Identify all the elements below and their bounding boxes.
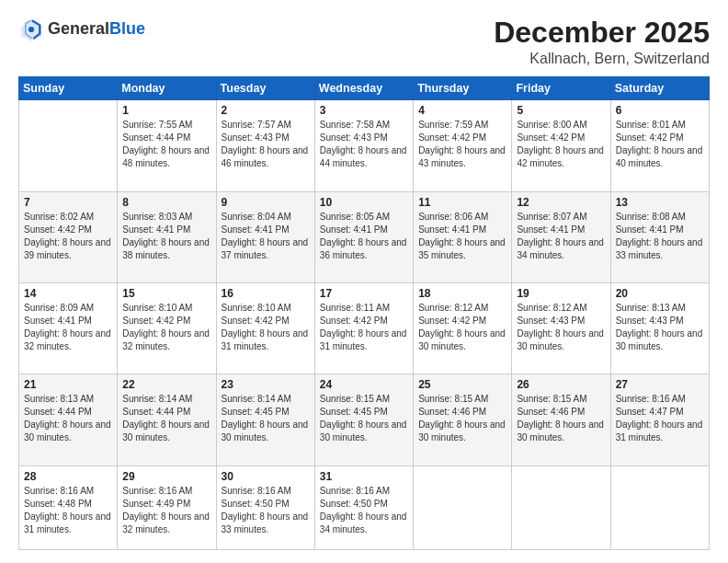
calendar-cell: 9Sunrise: 8:04 AMSunset: 4:41 PMDaylight… [216, 191, 314, 282]
calendar-cell: 25Sunrise: 8:15 AMSunset: 4:46 PMDayligh… [414, 374, 512, 465]
calendar-cell: 7Sunrise: 8:02 AMSunset: 4:42 PMDaylight… [19, 191, 118, 282]
day-number: 31 [320, 470, 408, 483]
calendar-cell: 5Sunrise: 8:00 AMSunset: 4:42 PMDaylight… [512, 100, 610, 191]
day-number: 26 [517, 378, 605, 391]
cell-info: Sunrise: 8:06 AMSunset: 4:41 PMDaylight:… [418, 211, 506, 262]
cell-info: Sunrise: 8:12 AMSunset: 4:43 PMDaylight:… [517, 302, 605, 353]
day-number: 30 [222, 470, 310, 483]
calendar-row-1: 1Sunrise: 7:55 AMSunset: 4:44 PMDaylight… [19, 100, 710, 191]
day-number: 22 [122, 378, 210, 391]
cell-info: Sunrise: 8:09 AMSunset: 4:41 PMDaylight:… [24, 302, 112, 353]
calendar-cell [512, 465, 610, 550]
cell-info: Sunrise: 8:05 AMSunset: 4:41 PMDaylight:… [320, 211, 408, 262]
day-number: 12 [517, 196, 605, 209]
cell-info: Sunrise: 8:16 AMSunset: 4:49 PMDaylight:… [122, 485, 210, 536]
calendar-table: SundayMondayTuesdayWednesdayThursdayFrid… [18, 76, 710, 550]
cell-info: Sunrise: 7:58 AMSunset: 4:43 PMDaylight:… [320, 119, 408, 170]
calendar-cell: 6Sunrise: 8:01 AMSunset: 4:42 PMDaylight… [610, 100, 709, 191]
logo-blue: Blue [109, 20, 145, 39]
calendar-cell: 1Sunrise: 7:55 AMSunset: 4:44 PMDaylight… [118, 100, 216, 191]
cell-info: Sunrise: 8:12 AMSunset: 4:42 PMDaylight:… [418, 302, 506, 353]
cell-info: Sunrise: 8:14 AMSunset: 4:44 PMDaylight:… [122, 393, 210, 444]
calendar-row-3: 14Sunrise: 8:09 AMSunset: 4:41 PMDayligh… [19, 282, 710, 373]
calendar-cell: 21Sunrise: 8:13 AMSunset: 4:44 PMDayligh… [19, 374, 118, 465]
calendar-row-4: 21Sunrise: 8:13 AMSunset: 4:44 PMDayligh… [19, 374, 710, 465]
logo: General Blue [18, 17, 145, 42]
day-number: 21 [24, 378, 112, 391]
calendar-cell: 3Sunrise: 7:58 AMSunset: 4:43 PMDaylight… [314, 100, 413, 191]
cell-info: Sunrise: 8:10 AMSunset: 4:42 PMDaylight:… [222, 302, 310, 353]
title-block: December 2025 Kallnach, Bern, Switzerlan… [494, 17, 710, 67]
calendar-cell: 18Sunrise: 8:12 AMSunset: 4:42 PMDayligh… [414, 282, 512, 373]
cell-info: Sunrise: 8:16 AMSunset: 4:47 PMDaylight:… [616, 393, 704, 444]
calendar-cell: 15Sunrise: 8:10 AMSunset: 4:42 PMDayligh… [118, 282, 216, 373]
day-number: 23 [222, 378, 310, 391]
calendar-cell: 20Sunrise: 8:13 AMSunset: 4:43 PMDayligh… [610, 282, 709, 373]
calendar-cell: 22Sunrise: 8:14 AMSunset: 4:44 PMDayligh… [118, 374, 216, 465]
calendar-cell: 2Sunrise: 7:57 AMSunset: 4:43 PMDaylight… [216, 100, 314, 191]
cell-info: Sunrise: 8:16 AMSunset: 4:50 PMDaylight:… [222, 485, 310, 536]
calendar-cell: 13Sunrise: 8:08 AMSunset: 4:41 PMDayligh… [610, 191, 709, 282]
day-number: 5 [517, 104, 605, 117]
calendar-cell: 27Sunrise: 8:16 AMSunset: 4:47 PMDayligh… [610, 374, 709, 465]
calendar-header-thursday: Thursday [414, 77, 512, 100]
day-number: 28 [24, 470, 112, 483]
cell-info: Sunrise: 8:15 AMSunset: 4:46 PMDaylight:… [418, 393, 506, 444]
calendar-header-friday: Friday [512, 77, 610, 100]
cell-info: Sunrise: 7:57 AMSunset: 4:43 PMDaylight:… [222, 119, 310, 170]
calendar-row-2: 7Sunrise: 8:02 AMSunset: 4:42 PMDaylight… [19, 191, 710, 282]
calendar-cell: 24Sunrise: 8:15 AMSunset: 4:45 PMDayligh… [314, 374, 413, 465]
cell-info: Sunrise: 8:02 AMSunset: 4:42 PMDaylight:… [24, 211, 112, 262]
day-number: 11 [418, 196, 506, 209]
day-number: 27 [616, 378, 704, 391]
calendar-cell: 31Sunrise: 8:16 AMSunset: 4:50 PMDayligh… [314, 465, 413, 550]
cell-info: Sunrise: 8:08 AMSunset: 4:41 PMDaylight:… [616, 211, 704, 262]
cell-info: Sunrise: 8:13 AMSunset: 4:43 PMDaylight:… [616, 302, 704, 353]
svg-point-1 [28, 27, 34, 32]
calendar-header-tuesday: Tuesday [216, 77, 314, 100]
calendar-header-row: SundayMondayTuesdayWednesdayThursdayFrid… [19, 77, 710, 100]
calendar-cell: 12Sunrise: 8:07 AMSunset: 4:41 PMDayligh… [512, 191, 610, 282]
cell-info: Sunrise: 8:15 AMSunset: 4:46 PMDaylight:… [517, 393, 605, 444]
day-number: 10 [320, 196, 408, 209]
month-title: December 2025 [494, 17, 710, 49]
location: Kallnach, Bern, Switzerland [494, 51, 710, 67]
day-number: 13 [616, 196, 704, 209]
day-number: 4 [418, 104, 506, 117]
day-number: 15 [122, 287, 210, 300]
calendar-cell: 4Sunrise: 7:59 AMSunset: 4:42 PMDaylight… [414, 100, 512, 191]
cell-info: Sunrise: 7:59 AMSunset: 4:42 PMDaylight:… [418, 119, 506, 170]
calendar-cell [414, 465, 512, 550]
calendar-cell: 29Sunrise: 8:16 AMSunset: 4:49 PMDayligh… [118, 465, 216, 550]
calendar-cell [19, 100, 118, 191]
day-number: 18 [418, 287, 506, 300]
cell-info: Sunrise: 8:01 AMSunset: 4:42 PMDaylight:… [616, 119, 704, 170]
logo-text: General Blue [48, 20, 145, 39]
cell-info: Sunrise: 8:03 AMSunset: 4:41 PMDaylight:… [122, 211, 210, 262]
calendar-cell: 10Sunrise: 8:05 AMSunset: 4:41 PMDayligh… [314, 191, 413, 282]
cell-info: Sunrise: 8:11 AMSunset: 4:42 PMDaylight:… [320, 302, 408, 353]
cell-info: Sunrise: 8:10 AMSunset: 4:42 PMDaylight:… [122, 302, 210, 353]
calendar-cell: 8Sunrise: 8:03 AMSunset: 4:41 PMDaylight… [118, 191, 216, 282]
day-number: 25 [418, 378, 506, 391]
calendar-cell: 14Sunrise: 8:09 AMSunset: 4:41 PMDayligh… [19, 282, 118, 373]
calendar-cell: 23Sunrise: 8:14 AMSunset: 4:45 PMDayligh… [216, 374, 314, 465]
header: General Blue December 2025 Kallnach, Ber… [18, 17, 710, 67]
calendar-cell: 16Sunrise: 8:10 AMSunset: 4:42 PMDayligh… [216, 282, 314, 373]
day-number: 17 [320, 287, 408, 300]
day-number: 16 [222, 287, 310, 300]
day-number: 14 [24, 287, 112, 300]
page: General Blue December 2025 Kallnach, Ber… [0, 0, 728, 563]
day-number: 1 [122, 104, 210, 117]
logo-icon [18, 17, 44, 42]
day-number: 20 [616, 287, 704, 300]
day-number: 7 [24, 196, 112, 209]
calendar-cell: 26Sunrise: 8:15 AMSunset: 4:46 PMDayligh… [512, 374, 610, 465]
cell-info: Sunrise: 8:16 AMSunset: 4:50 PMDaylight:… [320, 485, 408, 536]
day-number: 8 [122, 196, 210, 209]
day-number: 9 [222, 196, 310, 209]
calendar-cell: 19Sunrise: 8:12 AMSunset: 4:43 PMDayligh… [512, 282, 610, 373]
day-number: 19 [517, 287, 605, 300]
logo-general: General [48, 20, 109, 39]
calendar-cell: 30Sunrise: 8:16 AMSunset: 4:50 PMDayligh… [216, 465, 314, 550]
